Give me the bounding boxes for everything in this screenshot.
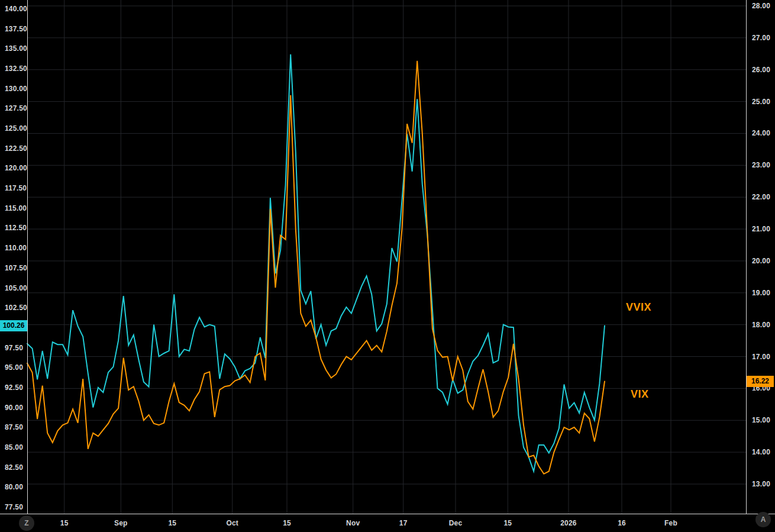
- right-axis-tick-label: 15.00: [752, 416, 770, 424]
- right-axis-tick-label: 22.00: [752, 193, 770, 201]
- time-axis-tick-label: 16: [618, 519, 626, 527]
- left-axis-tick-label: 97.50: [5, 344, 23, 352]
- vvix-line: [27, 54, 605, 472]
- left-axis-tick-label: 105.00: [5, 284, 27, 292]
- left-axis-tick-label: 137.50: [5, 25, 27, 33]
- left-axis-tick-label: 85.00: [5, 443, 23, 452]
- time-axis-tick-label: 15: [60, 519, 69, 527]
- left-axis-tick-label: 110.00: [5, 244, 27, 252]
- left-axis-tick-label: 135.00: [5, 44, 27, 53]
- time-axis-tick-label: 15: [503, 519, 512, 527]
- left-axis-tick-label: 140.00: [5, 5, 27, 13]
- left-axis-tick-label: 95.00: [5, 363, 23, 372]
- right-axis-tick-label: 23.00: [752, 161, 770, 169]
- time-axis-tick-label: Dec: [449, 519, 463, 527]
- left-price-scale-border: [27, 0, 28, 514]
- right-axis-tick-label: 21.00: [752, 225, 770, 233]
- left-axis-tick-label: 112.50: [5, 224, 27, 232]
- left-axis-tick-label: 82.50: [5, 463, 23, 472]
- time-axis-tick-label: Nov: [346, 519, 360, 527]
- time-axis-tick-label: Feb: [664, 519, 677, 527]
- left-axis-tick-label: 107.50: [5, 264, 27, 272]
- time-axis-tick-label: 15: [168, 519, 176, 527]
- right-axis-tick-label: 17.00: [752, 353, 770, 361]
- left-axis-tick-label: 77.50: [5, 503, 23, 511]
- time-axis-tick-label: Oct: [226, 519, 238, 527]
- time-scale-border: [0, 514, 775, 514]
- right-axis-tick-label: 13.00: [752, 480, 770, 488]
- left-axis-tick-label: 120.00: [5, 164, 27, 172]
- left-axis-tick-label: 80.00: [5, 483, 23, 491]
- chart-canvas[interactable]: [0, 0, 775, 514]
- vvix-series-label: VVIX: [626, 301, 651, 314]
- left-axis-tick-label: 92.50: [5, 383, 23, 392]
- timezone-button[interactable]: Z: [19, 515, 34, 531]
- auto-scale-button[interactable]: A: [755, 512, 771, 527]
- left-axis-tick-label: 132.50: [5, 65, 27, 73]
- left-axis-tick-label: 115.00: [5, 204, 27, 212]
- left-axis-tick-label: 102.50: [5, 304, 27, 312]
- right-axis-tick-label: 25.00: [752, 98, 770, 106]
- right-axis-tick-label: 18.00: [752, 321, 770, 329]
- time-axis-tick-label: 15: [283, 519, 291, 527]
- left-axis-tick-label: 130.00: [5, 85, 27, 93]
- left-axis-tick-label: 87.50: [5, 423, 23, 431]
- right-axis-tick-label: 24.00: [752, 129, 770, 137]
- right-axis-tick-label: 14.00: [752, 448, 770, 456]
- right-axis-tick-label: 19.00: [752, 289, 770, 297]
- time-axis-tick-label: 17: [399, 519, 408, 527]
- right-axis-tick-label: 20.00: [752, 257, 770, 265]
- left-axis-tick-label: 122.50: [5, 144, 27, 153]
- right-axis-tick-label: 27.00: [752, 34, 770, 42]
- time-axis-tick-label: Sep: [114, 519, 128, 527]
- time-axis-tick-label: 2026: [560, 519, 577, 527]
- vix-last-price-badge: 16.22: [747, 376, 774, 387]
- left-axis-tick-label: 127.50: [5, 104, 27, 112]
- chart-window: 140.00137.50135.00132.50130.00127.50125.…: [0, 0, 775, 532]
- vvix-last-price-badge: 100.26: [0, 320, 27, 331]
- right-axis-tick-label: 26.00: [752, 66, 770, 74]
- left-axis-tick-label: 125.00: [5, 124, 27, 133]
- vix-series-label: VIX: [631, 388, 649, 401]
- left-axis-tick-label: 117.50: [5, 184, 27, 192]
- left-axis-tick-label: 90.00: [5, 404, 23, 412]
- right-axis-tick-label: 28.00: [752, 2, 770, 10]
- right-price-scale-border: [746, 0, 747, 514]
